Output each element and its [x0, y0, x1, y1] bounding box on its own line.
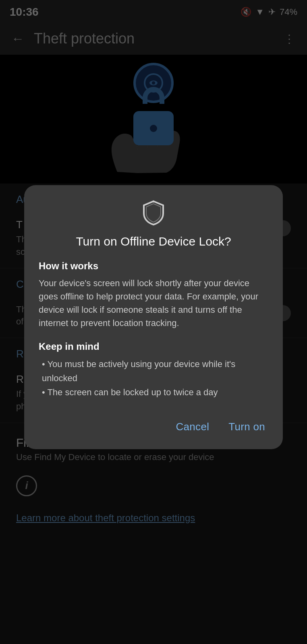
keep-in-mind-label: Keep in mind — [39, 341, 268, 352]
dialog-shield-icon-container — [39, 200, 268, 225]
offline-device-lock-dialog: Turn on Offline Device Lock? How it work… — [24, 185, 283, 449]
dialog-buttons: Cancel Turn on — [39, 413, 268, 438]
shield-outline-icon — [141, 200, 166, 225]
cancel-button[interactable]: Cancel — [173, 416, 213, 438]
dialog-title: Turn on Offline Device Lock? — [39, 233, 268, 249]
bullet-point-2: • The screen can be locked up to twice a… — [42, 385, 268, 399]
how-it-works-body: Your device's screen will lock shortly a… — [39, 277, 268, 330]
how-it-works-label: How it works — [39, 260, 268, 272]
turn-on-button[interactable]: Turn on — [225, 416, 268, 438]
bullet-point-1: • You must be actively using your device… — [42, 357, 268, 385]
